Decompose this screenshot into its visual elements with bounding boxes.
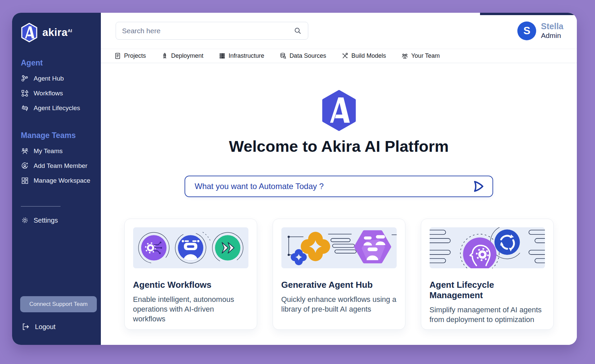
avatar[interactable]: S	[517, 21, 536, 40]
sidebar-item-add-team-member[interactable]: Add Team Member	[21, 161, 87, 171]
sidebar-item-label: My Teams	[34, 147, 63, 155]
agentic-workflows-illustration-icon	[133, 227, 248, 268]
user-role: Admin	[541, 31, 563, 40]
infrastructure-icon	[219, 52, 226, 59]
tab-label: Build Models	[351, 52, 386, 59]
sidebar-item-label: Settings	[34, 217, 58, 224]
card-title: Agent Lifecycle Management	[430, 280, 545, 301]
sidebar-item-label: Manage Workspace	[34, 177, 90, 184]
your-team-icon	[401, 52, 408, 59]
agent-hub-icon	[21, 75, 29, 83]
send-icon	[472, 180, 486, 193]
sidebar-item-my-teams[interactable]: My Teams	[21, 146, 63, 156]
tab-label: Deployment	[171, 52, 203, 59]
feature-cards: Agentic Workflows Enable intelligent, au…	[101, 219, 577, 330]
akira-hexagon-logo	[320, 90, 358, 131]
logout-icon	[22, 322, 30, 331]
sidebar-item-workflows[interactable]: Workflows	[21, 88, 63, 99]
sidebar: akiraAI Agent Agent Hub Workflows	[12, 13, 101, 345]
sidebar-item-label: Workflows	[34, 90, 63, 97]
data-sources-icon	[280, 52, 286, 59]
brand-sup: AI	[68, 28, 72, 33]
user-name: Stella	[541, 22, 563, 31]
card-title: Generative Agent Hub	[281, 280, 397, 290]
build-models-icon	[342, 52, 348, 59]
my-teams-icon	[21, 147, 29, 155]
sidebar-section-manage-teams: Manage Teams	[21, 131, 76, 140]
card-generative-agent-hub[interactable]: Generative Agent Hub Quickly enhance wor…	[273, 219, 405, 330]
sidebar-item-agent-hub[interactable]: Agent Hub	[21, 73, 64, 84]
tab-data-sources[interactable]: Data Sources	[280, 52, 326, 59]
sidebar-divider	[21, 206, 61, 207]
add-team-member-icon	[21, 162, 29, 170]
main-content: Welcome to Akira AI Platform	[101, 63, 577, 345]
card-agent-lifecycle-management[interactable]: Agent Lifecycle Management Simplify mana…	[421, 219, 554, 330]
card-description: Enable intelligent, autonomous operation…	[133, 294, 248, 324]
page-title: Welcome to Akira AI Platform	[101, 137, 577, 155]
akira-hexagon-icon	[20, 23, 38, 42]
workflows-icon	[21, 89, 29, 97]
logout-button[interactable]: Logout	[22, 322, 55, 331]
tab-label: Your Team	[411, 52, 440, 59]
top-navy-strip	[480, 13, 577, 15]
sidebar-item-label: Add Team Member	[34, 162, 87, 170]
tab-build-models[interactable]: Build Models	[342, 52, 386, 59]
tab-your-team[interactable]: Your Team	[401, 52, 440, 59]
tab-label: Data Sources	[289, 52, 326, 59]
sidebar-item-label: Agent Lifecycles	[34, 104, 80, 112]
brand-logo: akiraAI	[20, 23, 72, 42]
main-area: S Stella Admin Projects Dep	[101, 13, 577, 345]
tab-deployment[interactable]: Deployment	[161, 52, 203, 59]
tab-projects[interactable]: Projects	[114, 52, 146, 59]
sidebar-item-agent-lifecycles[interactable]: Agent Lifecycles	[21, 103, 80, 113]
automate-prompt-box[interactable]	[185, 176, 493, 197]
card-title: Agentic Workflows	[133, 280, 248, 290]
send-button[interactable]	[471, 179, 486, 193]
card-description: Simplify management of AI agents from de…	[430, 305, 545, 324]
sidebar-item-settings[interactable]: Settings	[21, 215, 58, 226]
search-input[interactable]	[122, 27, 294, 35]
tab-label: Infrastructure	[229, 52, 264, 59]
sidebar-section-agent: Agent	[21, 58, 43, 67]
search-icon[interactable]	[294, 27, 302, 35]
agent-lifecycle-illustration-icon	[430, 227, 545, 268]
agent-lifecycles-icon	[21, 104, 29, 112]
manage-workspace-icon	[21, 177, 29, 185]
generative-agent-hub-illustration-icon	[281, 227, 397, 268]
projects-icon	[114, 52, 121, 59]
sidebar-item-label: Agent Hub	[34, 75, 64, 82]
topbar: S Stella Admin	[101, 13, 577, 49]
nav-tabs: Projects Deployment Infrastructu	[101, 49, 577, 63]
card-agentic-workflows[interactable]: Agentic Workflows Enable intelligent, au…	[124, 219, 257, 330]
user-menu[interactable]: S Stella Admin	[517, 21, 563, 40]
brand-name: akiraAI	[42, 27, 72, 39]
connect-support-team-button[interactable]: Connect Support Team	[20, 296, 97, 312]
app-window: akiraAI Agent Agent Hub Workflows	[12, 13, 577, 345]
sidebar-item-manage-workspace[interactable]: Manage Workspace	[21, 175, 90, 186]
logout-label: Logout	[35, 323, 55, 331]
card-description: Quickly enhance workflows using a librar…	[281, 294, 397, 314]
tab-infrastructure[interactable]: Infrastructure	[219, 52, 264, 59]
tab-label: Projects	[124, 52, 146, 59]
search-box[interactable]	[116, 22, 308, 40]
gear-icon	[21, 216, 29, 224]
automate-prompt-input[interactable]	[195, 182, 471, 191]
deployment-icon	[161, 52, 168, 59]
